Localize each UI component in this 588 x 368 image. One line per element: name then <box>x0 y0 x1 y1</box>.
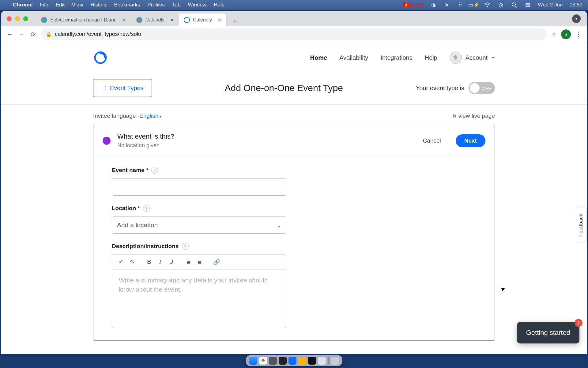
event-name-input[interactable] <box>112 178 286 196</box>
help-icon[interactable]: ? <box>151 167 158 174</box>
menubar-app-name[interactable]: Chrome <box>13 2 32 8</box>
menu-bookmarks[interactable]: Bookmarks <box>114 2 140 8</box>
back-to-event-types-button[interactable]: 〈 Event Types <box>93 79 152 97</box>
view-live-page-link[interactable]: ⧉ view live page <box>453 113 495 119</box>
event-color-dot[interactable] <box>103 137 111 145</box>
location-label: Location * <box>112 205 140 212</box>
tab-close-button[interactable]: ✕ <box>122 17 126 23</box>
menubar-timer[interactable]: ⚡ 02:28 <box>403 2 423 8</box>
profile-indicator[interactable]: ▾ <box>572 14 581 23</box>
dock-chrome[interactable] <box>259 357 267 365</box>
tab-title: Select email to change | Djang <box>50 17 117 23</box>
rte-italic-button[interactable]: I <box>156 258 165 267</box>
rte-undo-button[interactable]: ↶ <box>116 258 126 267</box>
event-section-card: What event is this? No location given Ca… <box>93 125 495 341</box>
svg-line-1 <box>515 6 517 7</box>
dock-terminal[interactable] <box>308 357 316 365</box>
address-bar[interactable]: 🔒 calendly.com/event_types/new/solo <box>41 29 547 40</box>
rte-number-list-button[interactable]: ≣ <box>195 258 204 267</box>
menu-view[interactable]: View <box>72 2 83 8</box>
dock-notes[interactable] <box>298 357 306 365</box>
getting-started-widget[interactable]: Getting started 2 <box>517 322 579 343</box>
tab-calendly-1[interactable]: 🌐 Calendly ✕ <box>131 13 179 26</box>
rte-redo-button[interactable]: ↷ <box>127 258 137 267</box>
menu-tab[interactable]: Tab <box>172 2 180 8</box>
page-title: Add One-on-One Event Type <box>152 83 416 93</box>
meta-row: Invitee language - English▾ ⧉ view live … <box>1 105 587 125</box>
tab-title: Calendly <box>193 17 212 23</box>
dock-mail[interactable] <box>318 357 326 365</box>
invitee-language-select[interactable]: English▾ <box>139 113 161 119</box>
bookmark-star-icon[interactable]: ☆ <box>551 31 557 38</box>
calendly-logo[interactable] <box>93 50 108 65</box>
field-event-name: Event name * ? <box>112 167 476 196</box>
nav-integrations[interactable]: Integrations <box>380 54 413 61</box>
rte-link-button[interactable]: 🔗 <box>212 258 221 267</box>
nav-availability[interactable]: Availability <box>339 54 368 61</box>
event-type-toggle[interactable]: OFF <box>469 82 495 94</box>
reload-button[interactable]: ⟳ <box>29 31 37 38</box>
menu-edit[interactable]: Edit <box>56 2 65 8</box>
dock-obs[interactable] <box>279 357 287 365</box>
tab-close-button[interactable]: ✕ <box>217 17 221 23</box>
calendly-icon <box>184 17 190 23</box>
back-button[interactable]: ← <box>6 31 13 38</box>
event-type-toggle-group: Your event type is OFF <box>416 82 495 94</box>
menubar-time[interactable]: 13:59 <box>569 2 582 8</box>
nav-home[interactable]: Home <box>310 54 327 61</box>
back-button-label: Event Types <box>110 85 144 92</box>
menu-profiles[interactable]: Profiles <box>147 2 165 8</box>
wifi-icon[interactable] <box>484 2 491 7</box>
search-icon[interactable] <box>511 2 518 8</box>
location-select[interactable]: Add a location ⌄ <box>112 217 286 234</box>
nav-help[interactable]: Help <box>425 54 437 61</box>
tab-close-button[interactable]: ✕ <box>170 17 174 23</box>
tab-django-admin[interactable]: 🌐 Select email to change | Djang ✕ <box>36 13 131 26</box>
toggle-knob <box>470 83 480 93</box>
next-button[interactable]: Next <box>456 134 485 147</box>
menu-history[interactable]: History <box>90 2 107 8</box>
account-menu[interactable]: S Account ▼ <box>450 52 495 64</box>
tool-icon[interactable]: ✕ <box>443 2 450 8</box>
dock-finder[interactable] <box>249 357 257 365</box>
app-header: Home Availability Integrations Help S Ac… <box>1 42 587 73</box>
external-link-icon: ⧉ <box>453 113 456 119</box>
tab-title: Calendly <box>145 17 164 23</box>
field-location: Location * ? Add a location ⌄ <box>112 205 476 234</box>
url-text: calendly.com/event_types/new/solo <box>55 31 141 37</box>
control-center-icon[interactable]: ▤ <box>524 2 531 8</box>
toggle-state: OFF <box>482 86 492 91</box>
dock-vscode[interactable] <box>288 357 296 365</box>
tab-calendly-2[interactable]: Calendly ✕ <box>179 13 226 26</box>
chrome-profile-avatar[interactable]: S <box>561 29 571 39</box>
menubar-date[interactable]: Wed 2 Jun <box>538 2 563 8</box>
event-name-label: Event name * <box>112 167 148 174</box>
battery-icon[interactable]: ▭⚡ <box>470 2 477 8</box>
window-maximize-button[interactable] <box>23 16 28 21</box>
chrome-toolbar: ← → ⟳ 🔒 calendly.com/event_types/new/sol… <box>1 26 587 42</box>
menu-file[interactable]: File <box>40 2 48 8</box>
chrome-menu-button[interactable]: ⋮ <box>575 30 582 38</box>
help-icon[interactable]: ? <box>143 205 150 212</box>
help-icon[interactable]: ? <box>182 243 189 250</box>
dots-icon[interactable]: ⠿ <box>457 2 464 8</box>
description-textarea[interactable]: Write a summary and any details your inv… <box>112 270 286 328</box>
dock-trash[interactable] <box>331 357 339 365</box>
menu-window[interactable]: Window <box>188 2 206 8</box>
menu-help[interactable]: Help <box>214 2 224 8</box>
forward-button[interactable]: → <box>18 31 25 38</box>
account-label: Account <box>466 54 488 61</box>
globe-icon: 🌐 <box>41 17 47 23</box>
window-close-button[interactable] <box>7 16 12 21</box>
rte-bold-button[interactable]: B <box>145 258 154 267</box>
new-tab-button[interactable]: ＋ <box>229 15 240 26</box>
dock-system-preferences[interactable] <box>269 357 277 365</box>
dropbox-icon[interactable]: ◑ <box>430 2 437 8</box>
cancel-button[interactable]: Cancel <box>423 137 441 144</box>
feedback-tab[interactable]: Feedback <box>575 208 587 243</box>
window-minimize-button[interactable] <box>15 16 20 21</box>
card-title: What event is this? <box>117 132 174 140</box>
rte-underline-button[interactable]: U <box>167 258 176 267</box>
spotlight-icon[interactable]: ◎ <box>497 2 504 8</box>
rte-bullet-list-button[interactable]: ≣ <box>184 258 193 267</box>
